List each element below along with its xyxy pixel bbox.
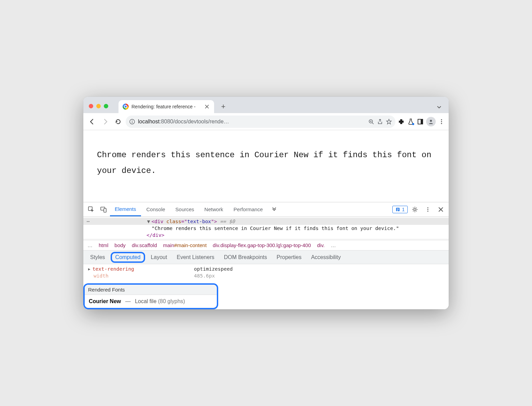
svg-rect-14: [397, 208, 399, 209]
tab-sources[interactable]: Sources: [171, 202, 199, 216]
reload-button[interactable]: [113, 116, 124, 127]
dom-tree[interactable]: ⋯ ▼ <div class="text-box"> == $0 "Chrome…: [83, 217, 449, 240]
svg-point-6: [430, 120, 432, 122]
tab-title: Rendering: feature reference -: [131, 104, 202, 109]
subtab-event-listeners[interactable]: Event Listeners: [172, 252, 218, 262]
forward-button[interactable]: [100, 116, 111, 127]
browser-window: Rendering: feature reference - + localho…: [83, 97, 449, 309]
subtab-properties[interactable]: Properties: [272, 252, 306, 262]
extensions-icon[interactable]: [397, 118, 405, 125]
close-tab-button[interactable]: [205, 104, 209, 109]
dom-close-tag[interactable]: </div>: [83, 232, 449, 239]
svg-point-17: [414, 208, 416, 211]
zoom-icon[interactable]: [368, 119, 374, 125]
inspect-element-icon[interactable]: [85, 204, 97, 215]
tab-list-chevron-icon[interactable]: [436, 104, 442, 110]
dom-text-node[interactable]: "Chrome renders this sentence in Courier…: [83, 225, 449, 232]
profile-avatar[interactable]: [426, 117, 436, 126]
window-controls: [87, 104, 111, 113]
maximize-window-button[interactable]: [104, 104, 108, 108]
settings-gear-icon[interactable]: [409, 204, 421, 215]
rendered-fonts-entry: Courier New — Local file (80 glyphs): [85, 295, 217, 308]
sample-text: Chrome renders this sentence in Courier …: [97, 150, 431, 175]
annotation-highlight: Computed: [111, 252, 145, 263]
expand-triangle-icon[interactable]: ▶: [88, 267, 90, 271]
tab-performance[interactable]: Performance: [229, 202, 268, 216]
new-tab-button[interactable]: +: [218, 102, 228, 112]
dom-node-selected[interactable]: ⋯ ▼ <div class="text-box"> == $0: [83, 218, 449, 225]
more-tabs-chevron-icon[interactable]: [268, 204, 280, 215]
styles-subpanel-tabs: Styles Computed Layout Event Listeners D…: [83, 251, 449, 264]
devtools-tab-bar: Elements Console Sources Network Perform…: [83, 202, 449, 217]
dom-ellipsis-icon[interactable]: ⋯: [87, 219, 93, 224]
breadcrumb-item[interactable]: html: [99, 242, 108, 248]
breadcrumb-overflow-left-icon[interactable]: …: [87, 242, 93, 248]
svg-rect-16: [397, 211, 398, 211]
browser-tab[interactable]: Rendering: feature reference -: [118, 100, 214, 113]
minimize-window-button[interactable]: [96, 104, 101, 108]
computed-property-row[interactable]: ▶text-rendering optimizespeed: [83, 266, 449, 272]
dom-breadcrumbs[interactable]: … html body div.scaffold main#main-conte…: [83, 240, 449, 251]
url-text: localhost:8080/docs/devtools/rende…: [138, 119, 229, 125]
issues-icon: [395, 207, 400, 212]
page-content: Chrome renders this sentence in Courier …: [83, 130, 449, 202]
close-window-button[interactable]: [89, 104, 93, 108]
labs-icon[interactable]: [407, 118, 415, 125]
svg-rect-15: [397, 209, 399, 210]
rendered-fonts-section: Rendered Fonts Courier New — Local file …: [83, 283, 218, 309]
svg-point-9: [441, 123, 442, 124]
svg-rect-2: [132, 121, 132, 123]
font-glyph-count: (80 glyphs): [158, 298, 185, 304]
svg-rect-12: [104, 208, 106, 212]
side-panel-icon[interactable]: [417, 118, 424, 125]
font-name: Courier New: [89, 298, 121, 304]
svg-point-1: [132, 120, 132, 121]
font-source: Local file: [135, 298, 156, 304]
devtools-panel: Elements Console Sources Network Perform…: [83, 202, 449, 309]
breadcrumb-item[interactable]: main#main-content: [163, 242, 207, 248]
subtab-styles[interactable]: Styles: [86, 252, 109, 262]
tab-strip: Rendering: feature reference - +: [83, 97, 449, 113]
subtab-dom-breakpoints[interactable]: DOM Breakpoints: [220, 252, 271, 262]
breadcrumb-item[interactable]: div.: [317, 242, 325, 248]
breadcrumb-item[interactable]: div.display-flex.gap-top-300.lg\:gap-top…: [213, 242, 311, 248]
browser-toolbar: localhost:8080/docs/devtools/rende…: [83, 113, 449, 130]
disclosure-triangle-icon[interactable]: ▼: [147, 219, 150, 224]
svg-point-8: [441, 121, 442, 122]
breadcrumb-overflow-right-icon[interactable]: …: [331, 242, 336, 248]
bookmark-star-icon[interactable]: [386, 119, 392, 125]
omnibox-actions: [368, 119, 392, 125]
breadcrumb-item[interactable]: body: [114, 242, 126, 248]
tab-network[interactable]: Network: [200, 202, 228, 216]
devtools-menu-icon[interactable]: [422, 204, 434, 215]
breadcrumb-item[interactable]: div.scaffold: [132, 242, 157, 248]
svg-rect-5: [421, 119, 423, 124]
back-button[interactable]: [87, 116, 98, 127]
site-info-icon[interactable]: [129, 119, 135, 125]
computed-properties: ▶text-rendering optimizespeed width 485.…: [83, 264, 449, 281]
dom-open-tag: <div class="text-box"> == $0: [151, 219, 235, 224]
computed-property-row[interactable]: width 485.6px: [83, 272, 449, 279]
issues-counter[interactable]: 1: [392, 206, 408, 213]
subtab-layout[interactable]: Layout: [146, 252, 171, 262]
device-toolbar-icon[interactable]: [98, 204, 109, 215]
svg-point-18: [428, 207, 429, 208]
svg-point-7: [441, 119, 442, 120]
share-icon[interactable]: [377, 119, 383, 125]
close-devtools-icon[interactable]: [435, 204, 447, 215]
browser-menu-icon[interactable]: [438, 118, 445, 125]
svg-point-20: [428, 211, 429, 212]
tab-elements[interactable]: Elements: [110, 202, 141, 216]
chrome-favicon-icon: [123, 104, 129, 110]
rendered-fonts-header: Rendered Fonts: [85, 285, 217, 295]
subtab-accessibility[interactable]: Accessibility: [307, 252, 345, 262]
address-bar[interactable]: localhost:8080/docs/devtools/rende…: [126, 116, 395, 128]
subtab-computed[interactable]: Computed: [115, 254, 141, 260]
tab-console[interactable]: Console: [142, 202, 170, 216]
svg-point-19: [428, 209, 429, 210]
